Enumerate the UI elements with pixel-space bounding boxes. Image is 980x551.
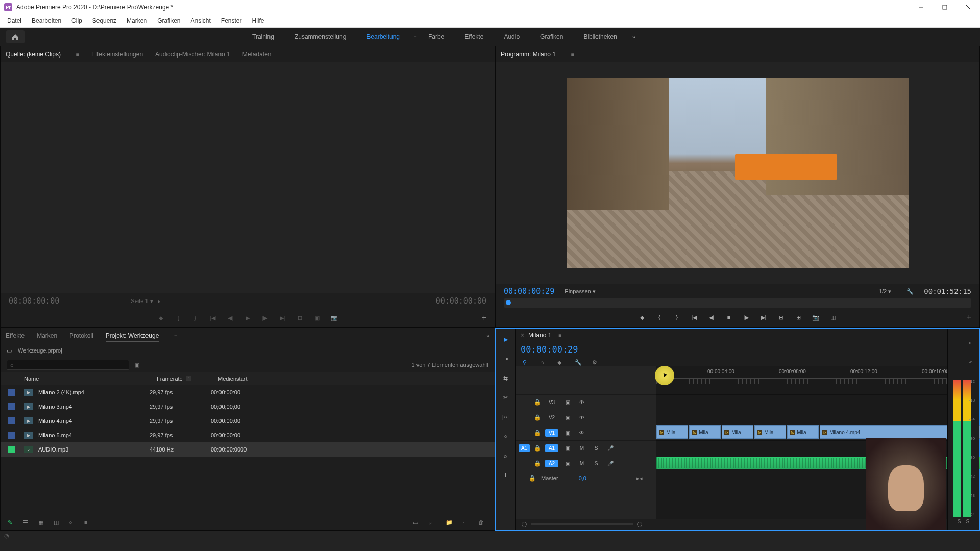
timeline-clip[interactable]: fxMila xyxy=(754,425,786,439)
overwrite-icon[interactable]: ▣ xyxy=(311,312,323,323)
tab-source-menu-icon[interactable]: ≡ xyxy=(76,52,79,57)
list-view-icon[interactable]: ☰ xyxy=(23,519,32,526)
delete-icon[interactable]: 🗑 xyxy=(478,519,487,526)
tab-project-menu-icon[interactable]: ≡ xyxy=(174,333,177,339)
pen-tool-icon[interactable]: ○ xyxy=(499,430,512,443)
prog-marker-icon[interactable]: ◆ xyxy=(636,312,648,323)
prog-go-out-icon[interactable]: ▶| xyxy=(757,312,770,323)
maximize-button[interactable] xyxy=(937,1,952,13)
type-tool-icon[interactable]: T xyxy=(499,468,512,482)
workspace-graphics[interactable]: Grafiken xyxy=(531,30,572,43)
new-bin-icon[interactable]: 📁 xyxy=(446,519,455,526)
eye-icon[interactable]: 👁 xyxy=(577,415,587,420)
export-frame-icon[interactable]: 📷 xyxy=(328,312,340,323)
tab-metadata[interactable]: Metadaten xyxy=(242,48,272,60)
close-button[interactable] xyxy=(961,1,976,13)
menu-markers[interactable]: Marken xyxy=(121,15,152,27)
lock-icon[interactable]: 🔒 xyxy=(534,430,541,436)
tab-program-menu-icon[interactable]: ≡ xyxy=(571,52,574,57)
prog-stop-icon[interactable]: ■ xyxy=(723,312,735,323)
menu-help[interactable]: Hilfe xyxy=(247,15,270,27)
minimize-button[interactable] xyxy=(914,1,929,13)
sync-lock-icon[interactable]: ▣ xyxy=(562,445,573,451)
linked-sel-icon[interactable]: ∩ xyxy=(540,359,548,366)
menu-graphics[interactable]: Grafiken xyxy=(152,15,185,27)
search-input[interactable]: ⌕ xyxy=(7,360,129,370)
tab-overflow-icon[interactable]: » xyxy=(486,333,489,339)
lock-icon[interactable]: 🔒 xyxy=(534,399,541,406)
list-item[interactable]: ▶ Milano 5.mp4 29,97 fps 00:00:00:00 xyxy=(1,428,495,442)
mic-icon[interactable]: 🎤 xyxy=(605,445,616,451)
go-to-in-icon[interactable]: |◀ xyxy=(207,312,219,323)
program-scrubber[interactable] xyxy=(504,298,971,308)
column-mediastart[interactable]: Medienstart xyxy=(218,375,279,382)
eye-icon[interactable]: 👁 xyxy=(577,430,587,436)
workspace-audio[interactable]: Audio xyxy=(495,30,529,43)
filter-icon[interactable]: ▣ xyxy=(134,362,139,368)
auto-seq-icon[interactable]: ▭ xyxy=(413,519,422,526)
source-timecode-left[interactable]: 00:00:00:00 xyxy=(9,296,59,306)
settings-icon[interactable]: 🔧 xyxy=(906,288,914,295)
eye-icon[interactable]: 👁 xyxy=(577,399,587,405)
icon-view-icon[interactable]: ▦ xyxy=(38,519,47,526)
lock-icon[interactable]: 🔒 xyxy=(529,475,536,482)
add-button-icon[interactable]: + xyxy=(482,313,486,322)
insert-icon[interactable]: ⊞ xyxy=(293,312,306,323)
workspace-editing-menu-icon[interactable]: ≡ xyxy=(414,34,417,40)
solo-right-button[interactable]: S xyxy=(966,519,970,524)
track-header-a1[interactable]: A1 🔒 A1 ▣ M S 🎤 xyxy=(516,440,656,456)
sequence-title[interactable]: Milano 1 xyxy=(528,332,551,339)
workspace-training[interactable]: Training xyxy=(243,30,283,43)
ripple-tool-icon[interactable]: ⇆ xyxy=(499,371,512,385)
program-resolution-dropdown[interactable]: 1/2 ▾ xyxy=(879,288,891,295)
program-monitor[interactable] xyxy=(496,62,979,284)
menu-clip[interactable]: Clip xyxy=(66,15,87,27)
sync-lock-icon[interactable]: ▣ xyxy=(562,399,573,405)
zoom-handle-right[interactable] xyxy=(637,522,642,527)
lock-icon[interactable]: 🔒 xyxy=(534,445,541,452)
workspace-effects[interactable]: Effekte xyxy=(455,30,493,43)
column-name[interactable]: Name xyxy=(24,375,157,382)
menu-view[interactable]: Ansicht xyxy=(185,15,215,27)
play-icon[interactable]: ▶ xyxy=(241,312,254,323)
zoom-slider-icon[interactable]: ○ xyxy=(69,519,78,525)
column-framerate[interactable]: Framerate˄ xyxy=(157,375,218,382)
timeline-clip[interactable]: fxMila xyxy=(689,425,721,439)
timeline-clip[interactable]: fxMila xyxy=(787,425,819,439)
menu-window[interactable]: Fenster xyxy=(216,15,247,27)
list-item[interactable]: ♪ AUDIO.mp3 44100 Hz 00:00:00:0000 xyxy=(1,442,495,457)
tab-program[interactable]: Programm: Milano 1 xyxy=(501,48,556,60)
timeline-timecode[interactable]: 00:00:00:29 xyxy=(521,344,578,355)
out-point-icon[interactable]: } xyxy=(189,312,202,323)
prog-step-back-icon[interactable]: ◀| xyxy=(705,312,718,323)
solo-button[interactable]: S xyxy=(591,445,601,451)
tab-history[interactable]: Protokoll xyxy=(69,330,93,341)
sync-lock-icon[interactable]: ▣ xyxy=(562,430,573,436)
freeform-view-icon[interactable]: ◫ xyxy=(54,519,63,526)
tab-project[interactable]: Projekt: Werkzeuge xyxy=(106,330,159,342)
source-a1[interactable]: A1 xyxy=(519,444,530,452)
tab-effect-controls[interactable]: Effekteinstellungen xyxy=(91,48,143,60)
playhead-handle[interactable]: ➤ xyxy=(655,366,674,385)
list-item[interactable]: ▶ Milano 3.mp4 29,97 fps 00;00;00;00 xyxy=(1,399,495,414)
menu-file[interactable]: Datei xyxy=(2,15,27,27)
source-fit-dropdown[interactable]: Seite 1 ▾ ▸ xyxy=(131,298,160,305)
workspace-editing[interactable]: Bearbeitung xyxy=(357,30,409,43)
zoom-handle-left[interactable] xyxy=(522,522,527,527)
track-header-a2[interactable]: 🔒 A2 ▣ M S 🎤 xyxy=(516,456,656,471)
tl-wrench-icon[interactable]: ⚙ xyxy=(592,359,600,366)
prog-go-in-icon[interactable]: |◀ xyxy=(688,312,700,323)
source-monitor[interactable] xyxy=(1,62,495,293)
in-point-icon[interactable]: { xyxy=(172,312,184,323)
step-back-icon[interactable]: ◀| xyxy=(224,312,236,323)
workspace-color[interactable]: Farbe xyxy=(419,30,453,43)
step-forward-icon[interactable]: |▶ xyxy=(259,312,271,323)
workspace-assembly[interactable]: Zusammenstellung xyxy=(285,30,355,43)
lock-icon[interactable]: 🔒 xyxy=(534,460,541,467)
solo-left-button[interactable]: S xyxy=(958,519,961,524)
pencil-icon[interactable]: ✎ xyxy=(8,519,17,526)
prog-step-fwd-icon[interactable]: |▶ xyxy=(740,312,752,323)
scrubber-handle[interactable] xyxy=(506,300,511,305)
tl-settings-icon[interactable]: 🔧 xyxy=(575,359,583,366)
snap-icon[interactable]: ⚲ xyxy=(523,359,531,366)
